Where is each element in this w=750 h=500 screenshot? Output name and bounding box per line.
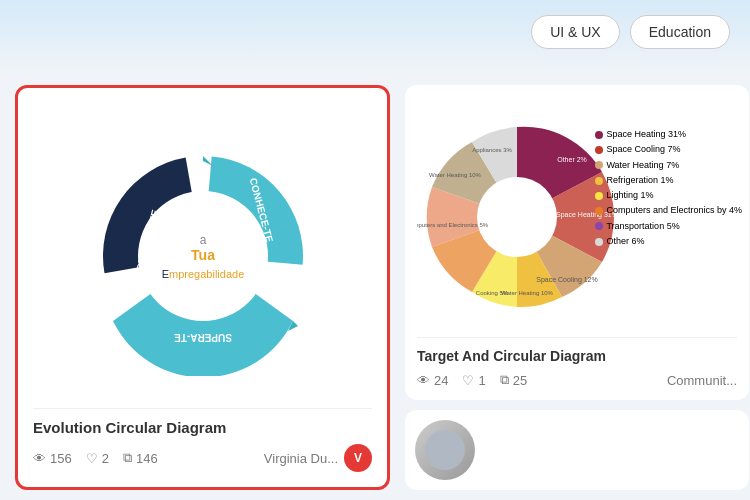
right-likes-item: ♡ 1 <box>462 373 485 388</box>
bottom-avatar-preview <box>415 420 475 480</box>
right-card-info: Target And Circular Diagram 👁 24 ♡ 1 ⧉ 2… <box>417 337 737 388</box>
right-like-count: 1 <box>478 373 485 388</box>
author-area: Virginia Du... V <box>264 444 372 472</box>
svg-point-9 <box>477 177 557 257</box>
cards-grid: PROJETA-TE CONHECE-TE SUPERA-TE a Tua Em… <box>0 75 750 500</box>
right-heart-icon: ♡ <box>462 373 474 388</box>
right-copies-item: ⧉ 25 <box>500 372 527 388</box>
svg-text:a: a <box>199 233 206 247</box>
pie-chart-svg: Other 2% Space Heating 31% Space Cooling… <box>417 117 617 317</box>
filter-education[interactable]: Education <box>630 15 730 49</box>
author-name: Virginia Du... <box>264 451 338 466</box>
likes-item: ♡ 2 <box>86 451 109 466</box>
bottom-right-card <box>405 410 749 490</box>
right-eye-icon: 👁 <box>417 373 430 388</box>
copy-icon: ⧉ <box>123 450 132 466</box>
copy-count: 146 <box>136 451 158 466</box>
chart-legend: Space Heating 31% Space Cooling 7% Water… <box>595 127 742 249</box>
view-count: 156 <box>50 451 72 466</box>
views-item: 👁 156 <box>33 451 72 466</box>
svg-text:SUPERA-TE: SUPERA-TE <box>173 332 231 343</box>
like-count: 2 <box>102 451 109 466</box>
right-author-area: Communit... <box>667 373 737 388</box>
circular-diagram-svg: PROJETA-TE CONHECE-TE SUPERA-TE a Tua Em… <box>53 136 353 376</box>
svg-text:Tua: Tua <box>191 247 215 263</box>
svg-text:Water Heating 10%: Water Heating 10% <box>501 290 553 296</box>
svg-text:Empregabilidade: Empregabilidade <box>161 268 244 280</box>
left-card-meta: 👁 156 ♡ 2 ⧉ 146 Virginia Du... V <box>33 444 372 472</box>
left-card-diagram: PROJETA-TE CONHECE-TE SUPERA-TE a Tua Em… <box>33 103 372 408</box>
right-card-meta: 👁 24 ♡ 1 ⧉ 25 Communit... <box>417 372 737 388</box>
right-copy-count: 25 <box>513 373 527 388</box>
right-author-name: Communit... <box>667 373 737 388</box>
right-card-title: Target And Circular Diagram <box>417 348 737 364</box>
copies-item: ⧉ 146 <box>123 450 158 466</box>
right-views-item: 👁 24 <box>417 373 448 388</box>
filter-bar: UI & UX Education <box>531 15 750 49</box>
eye-icon: 👁 <box>33 451 46 466</box>
right-card-diagram: Other 2% Space Heating 31% Space Cooling… <box>417 97 737 337</box>
svg-text:Space Cooling 12%: Space Cooling 12% <box>536 276 598 284</box>
heart-icon: ♡ <box>86 451 98 466</box>
right-view-count: 24 <box>434 373 448 388</box>
left-card-title: Evolution Circular Diagram <box>33 419 372 436</box>
right-copy-icon: ⧉ <box>500 372 509 388</box>
right-top-card: Other 2% Space Heating 31% Space Cooling… <box>405 85 749 400</box>
author-avatar: V <box>344 444 372 472</box>
svg-text:Other 2%: Other 2% <box>557 156 587 163</box>
filter-ui-ux[interactable]: UI & UX <box>531 15 620 49</box>
svg-text:Appliances 3%: Appliances 3% <box>472 147 512 153</box>
svg-text:Water Heating 10%: Water Heating 10% <box>429 172 481 178</box>
svg-text:Computers and Electronics 5%: Computers and Electronics 5% <box>417 222 489 228</box>
left-card-info: Evolution Circular Diagram 👁 156 ♡ 2 ⧉ 1… <box>33 408 372 472</box>
left-card: PROJETA-TE CONHECE-TE SUPERA-TE a Tua Em… <box>15 85 390 490</box>
